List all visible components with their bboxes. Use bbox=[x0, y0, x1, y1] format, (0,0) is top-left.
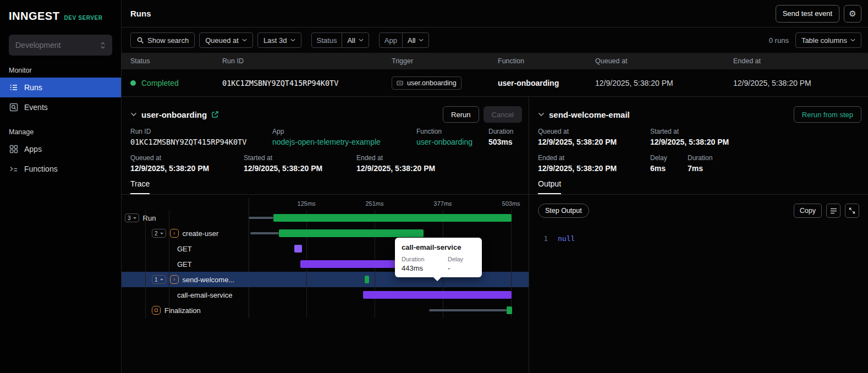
main-content: Runs Send test event ⚙ Show search Queue… bbox=[122, 0, 868, 373]
trace-bar-http[interactable] bbox=[300, 260, 408, 268]
functions-icon bbox=[9, 164, 19, 174]
trace-bar-success[interactable] bbox=[279, 229, 424, 237]
trace-bar-queue[interactable] bbox=[249, 217, 273, 219]
column-header-run-id: Run ID bbox=[222, 57, 392, 65]
rerun-button[interactable]: Rerun bbox=[443, 106, 479, 123]
app-root: INNGEST DEV SERVER Development Monitor R… bbox=[0, 0, 868, 373]
tooltip-duration-value: 443ms bbox=[402, 264, 448, 272]
trigger-badge[interactable]: user.onboarding bbox=[392, 76, 462, 90]
sidebar-item-apps[interactable]: Apps bbox=[0, 139, 121, 159]
rerun-from-step-button[interactable]: Rerun from step bbox=[794, 106, 861, 123]
expand-button[interactable] bbox=[845, 204, 859, 218]
tooltip-delay-label: Delay bbox=[448, 256, 475, 262]
output-toolbar: Step Output Copy bbox=[529, 195, 868, 218]
nav-item-label: Runs bbox=[24, 83, 42, 92]
trace-row-label-area: GET bbox=[122, 256, 249, 272]
collapse-badge[interactable]: 2 bbox=[152, 229, 166, 238]
span-name: GET bbox=[177, 260, 192, 268]
nav-item-label: Events bbox=[24, 103, 48, 112]
span-name: send-welcome... bbox=[183, 276, 235, 284]
queued-at-dropdown[interactable]: Queued at bbox=[199, 32, 253, 48]
run-panel-actions: Rerun Cancel bbox=[443, 106, 522, 123]
event-icon bbox=[397, 80, 403, 86]
topbar-actions: Send test event ⚙ bbox=[776, 5, 861, 23]
run-status-cell: Completed bbox=[130, 79, 222, 87]
trace-bar-success[interactable] bbox=[507, 306, 512, 314]
tooltip-title: call-email-service bbox=[402, 243, 475, 251]
trace-bar-queue[interactable] bbox=[429, 309, 507, 311]
trace-row-run[interactable]: 3Run bbox=[122, 210, 529, 226]
filter-bar: Show search Queued at Last 3d Status All bbox=[122, 28, 868, 53]
updown-chevron-icon bbox=[100, 42, 106, 49]
filter-bar-right: 0 runs Table columns bbox=[769, 32, 861, 48]
span-name: GET bbox=[177, 245, 192, 253]
span-name: call-email-service bbox=[177, 291, 232, 299]
output-toolbar-right: Copy bbox=[794, 204, 859, 218]
copy-button[interactable]: Copy bbox=[794, 204, 822, 218]
trace-row-finalization[interactable]: Finalization bbox=[122, 303, 529, 318]
send-test-event-button[interactable]: Send test event bbox=[776, 5, 839, 23]
trace-bar-queue[interactable] bbox=[250, 232, 279, 234]
tab-trace[interactable]: Trace bbox=[130, 179, 150, 194]
manage-section-label: Manage bbox=[9, 128, 121, 136]
inngest-logo: INNGEST bbox=[9, 10, 59, 23]
trace-bar-success[interactable] bbox=[273, 214, 512, 222]
trace-row-label-area: call-email-service bbox=[122, 287, 249, 303]
sidebar-item-functions[interactable]: Functions bbox=[0, 159, 121, 179]
tab-output[interactable]: Output bbox=[538, 179, 561, 194]
app-link[interactable]: nodejs-open-telemetry-example bbox=[272, 138, 416, 146]
page-title: Runs bbox=[130, 9, 151, 18]
time-range-dropdown[interactable]: Last 3d bbox=[257, 32, 301, 48]
settings-button[interactable]: ⚙ bbox=[844, 5, 861, 23]
chevron-down-icon bbox=[419, 39, 424, 42]
status-filter[interactable]: Status All bbox=[311, 32, 369, 48]
step-meta-row-1: Queued at 12/9/2025, 5:38:20 PM Started … bbox=[529, 128, 868, 146]
table-row[interactable]: Completed 01KC1ZMSBNY9ZQT415RP94K0TV use… bbox=[122, 69, 868, 97]
word-wrap-button[interactable] bbox=[826, 204, 840, 218]
ended-at-cell: 12/9/2025, 5:38:20 PM bbox=[733, 79, 868, 87]
trace-bar-http[interactable] bbox=[363, 291, 512, 299]
status-dot-icon bbox=[130, 80, 136, 86]
lines-icon bbox=[830, 208, 837, 214]
trace-bar-success[interactable] bbox=[365, 276, 369, 283]
nav-item-label: Apps bbox=[24, 145, 42, 153]
trace-bar-http_small[interactable] bbox=[294, 245, 302, 253]
trace-row-label-area: 3Run bbox=[122, 210, 249, 226]
run-panel-header: user-onboarding Rerun Cancel bbox=[122, 97, 529, 124]
queued-at-cell: 12/9/2025, 5:38:20 PM bbox=[595, 79, 733, 87]
sidebar-item-events[interactable]: Events bbox=[0, 97, 121, 117]
sidebar-item-runs[interactable]: Runs bbox=[0, 78, 121, 97]
output-code: 1 null bbox=[529, 234, 868, 243]
trace-row-call-email-service[interactable]: call-email-service bbox=[122, 287, 529, 303]
function-link[interactable]: user-onboarding bbox=[416, 138, 488, 146]
tooltip-duration-label: Duration bbox=[402, 256, 448, 262]
column-header-ended-at: Ended at bbox=[733, 57, 868, 65]
trace-row-label-area: GET bbox=[122, 241, 249, 256]
chevron-down-icon bbox=[359, 39, 364, 42]
output-tabs: Output bbox=[529, 179, 868, 195]
chevron-down-icon[interactable] bbox=[538, 112, 545, 117]
external-link-icon[interactable] bbox=[211, 111, 219, 118]
step-details-panel: send-welcome-email Rerun from step Queue… bbox=[529, 97, 868, 373]
search-icon bbox=[136, 36, 144, 44]
app-filter[interactable]: App All bbox=[379, 32, 430, 48]
step-output-pill[interactable]: Step Output bbox=[538, 204, 589, 218]
column-header-function: Function bbox=[498, 57, 595, 65]
trace-tooltip: call-email-service Duration Delay 443ms … bbox=[395, 238, 482, 277]
step-panel-header: send-welcome-email Rerun from step bbox=[529, 97, 868, 124]
show-search-button[interactable]: Show search bbox=[130, 32, 195, 48]
output-panel: Step Output Copy 1 n bbox=[529, 195, 868, 373]
collapse-badge[interactable]: 1 bbox=[152, 275, 166, 284]
trace-waterfall: 125ms251ms377ms503ms 3Run2›create-userGE… bbox=[122, 195, 529, 373]
collapse-badge[interactable]: 3 bbox=[125, 213, 139, 222]
environment-selector[interactable]: Development bbox=[9, 35, 112, 56]
tooltip-delay-value: - bbox=[448, 264, 475, 272]
cancel-button[interactable]: Cancel bbox=[484, 106, 522, 123]
step-title: send-welcome-email bbox=[549, 110, 630, 119]
chevron-down-icon[interactable] bbox=[130, 112, 137, 117]
events-icon bbox=[9, 102, 19, 112]
table-columns-dropdown[interactable]: Table columns bbox=[795, 32, 861, 48]
step-ended-at-field: Ended at 12/9/2025, 5:38:20 PM bbox=[538, 154, 650, 173]
step-panel-actions: Rerun from step bbox=[794, 106, 861, 123]
trace-tabs: Trace bbox=[122, 179, 529, 195]
